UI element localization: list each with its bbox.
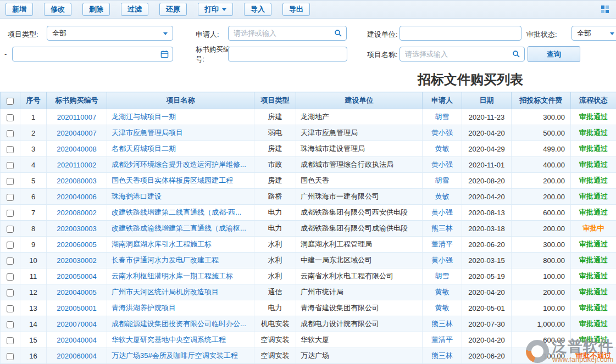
- row-checkbox[interactable]: [7, 305, 14, 312]
- print-button[interactable]: 打印: [198, 3, 233, 16]
- project-name-link[interactable]: 广州市天河区统计局机房改造项目: [112, 288, 219, 296]
- project-name-link[interactable]: 湖南洞庭湖水库引水工程施工标: [112, 240, 212, 248]
- search-icon[interactable]: [512, 50, 520, 60]
- applicant-link[interactable]: 黄敏: [435, 144, 449, 153]
- table-row[interactable]: 16 2020060004 万达广场35#会所及咖啡厅空调安装工程 空调安装 万…: [1, 348, 616, 364]
- query-button[interactable]: 查询: [528, 46, 580, 62]
- row-checkbox[interactable]: [7, 242, 14, 249]
- edit-button[interactable]: 修改: [44, 3, 71, 16]
- bid-number-link[interactable]: 2020050001: [57, 304, 96, 312]
- applicant-link[interactable]: 黄敏: [435, 288, 449, 296]
- calendar-icon[interactable]: [160, 50, 169, 60]
- column-header-status[interactable]: 流程状态: [571, 92, 616, 109]
- row-checkbox[interactable]: [7, 210, 14, 217]
- table-row[interactable]: 14 2020070004 成都能源建设集团投资有限公司临时办公... 机电安装…: [1, 316, 616, 332]
- column-header-name[interactable]: 项目名称: [107, 92, 254, 109]
- applicant-link[interactable]: 黄小强: [431, 160, 453, 169]
- project-name-link[interactable]: 改建铁路线增建第二线直通线（成都-西...: [112, 208, 241, 216]
- table-row[interactable]: 1 2020110007 龙湖江与城项目一期 房建 龙湖地产 胡雪 2020-1…: [1, 109, 616, 125]
- project-name-link[interactable]: 龙湖江与城项目一期: [112, 113, 176, 121]
- bid-number-link[interactable]: 2020040007: [57, 129, 96, 137]
- filter-button[interactable]: 过滤: [121, 3, 148, 16]
- applicant-link[interactable]: 熊三林: [431, 224, 453, 232]
- project-name-input[interactable]: [400, 47, 524, 61]
- applicant-link[interactable]: 黄小强: [431, 208, 453, 216]
- restore-button[interactable]: 还原: [159, 3, 187, 16]
- applicant-link[interactable]: 董清平: [431, 335, 453, 344]
- select-all-checkbox[interactable]: [7, 98, 14, 105]
- export-button[interactable]: 导出: [282, 3, 310, 16]
- applicant-link[interactable]: 胡雪: [435, 176, 449, 184]
- search-icon[interactable]: [334, 29, 342, 39]
- applicant-input[interactable]: [229, 26, 346, 40]
- bid-number-link[interactable]: 2020110002: [57, 161, 96, 169]
- row-checkbox[interactable]: [7, 353, 14, 360]
- column-header-date[interactable]: 日期: [462, 92, 512, 109]
- bid-number-link[interactable]: 2020030002: [57, 256, 96, 265]
- row-checkbox[interactable]: [7, 162, 14, 169]
- bid-number-link[interactable]: 2020060004: [57, 352, 96, 360]
- table-row[interactable]: 6 2020040006 珠海鹤港口建设 路桥 广州珠海市一建有限公司 黄敏 2…: [1, 189, 616, 205]
- column-header-no[interactable]: 序号: [20, 92, 47, 109]
- column-header-applicant[interactable]: 申请人: [423, 92, 462, 109]
- table-row[interactable]: 8 2020030003 改建铁路成渝线增建第二直通线（成渝枢... 电力 成都…: [1, 221, 616, 237]
- bid-number-link[interactable]: 2020040008: [57, 145, 96, 153]
- date-input[interactable]: [13, 47, 173, 61]
- bid-number-link[interactable]: 2020070004: [57, 320, 96, 328]
- applicant-link[interactable]: 黄敏: [435, 192, 449, 200]
- import-button[interactable]: 导入: [244, 3, 271, 16]
- table-row[interactable]: 5 2020080003 国色天香项目实体样板房区域园建工程 房建 国色天香 胡…: [1, 173, 616, 189]
- applicant-link[interactable]: 黄小强: [431, 128, 453, 137]
- bid-number-link[interactable]: 2020050004: [57, 272, 96, 281]
- row-checkbox[interactable]: [7, 337, 14, 344]
- table-row[interactable]: 13 2020050001 青海洪湖养护院项目 电力 青海省建设集团有限公司 黄…: [1, 300, 616, 316]
- row-checkbox[interactable]: [7, 130, 14, 137]
- row-checkbox[interactable]: [7, 226, 14, 233]
- project-name-link[interactable]: 改建铁路成渝线增建第二直通线（成渝枢...: [112, 224, 246, 232]
- table-row[interactable]: 12 2020040005 广州市天河区统计局机房改造项目 通信 广州市统计局 …: [1, 284, 616, 300]
- row-checkbox[interactable]: [7, 178, 14, 185]
- delete-button[interactable]: 删除: [82, 3, 110, 16]
- applicant-link[interactable]: 董清平: [431, 240, 453, 248]
- add-button[interactable]: 新增: [5, 3, 33, 16]
- approval-status-select[interactable]: 全部: [571, 26, 616, 41]
- project-name-link[interactable]: 华软大厦研究基地中央空调系统工程: [112, 335, 226, 344]
- project-name-link[interactable]: 云南水利枢纽潜明水库一期工程施工标: [112, 272, 233, 280]
- applicant-link[interactable]: 黄小强: [431, 256, 453, 264]
- applicant-link[interactable]: 胡雪: [435, 113, 449, 121]
- project-name-link[interactable]: 万达广场35#会所及咖啡厅空调安装工程: [112, 351, 238, 360]
- table-row[interactable]: 4 2020110002 成都沙河环境综合提升改造运河护岸维修... 市政 成都…: [1, 157, 616, 173]
- project-name-link[interactable]: 名都天府城项目二期: [112, 144, 176, 153]
- project-type-select[interactable]: 全部: [47, 26, 173, 41]
- project-name-link[interactable]: 成都沙河环境综合提升改造运河护岸维修...: [112, 160, 246, 169]
- bid-number-link[interactable]: 2020080002: [57, 209, 96, 217]
- row-checkbox[interactable]: [7, 273, 14, 281]
- project-name-link[interactable]: 珠海鹤港口建设: [112, 192, 162, 200]
- project-name-link[interactable]: 成都能源建设集团投资有限公司临时办公...: [112, 320, 246, 328]
- applicant-link[interactable]: 胡雪: [435, 272, 449, 280]
- bid-number-link[interactable]: 2020040006: [57, 193, 96, 201]
- row-checkbox[interactable]: [7, 321, 14, 328]
- row-checkbox[interactable]: [7, 146, 14, 153]
- row-checkbox[interactable]: [7, 194, 14, 201]
- bid-number-link[interactable]: 2020080003: [57, 177, 96, 185]
- bid-number-link[interactable]: 2020110007: [57, 113, 96, 121]
- column-header-unit[interactable]: 建设单位: [296, 92, 423, 109]
- row-checkbox[interactable]: [7, 114, 14, 121]
- column-header-fee[interactable]: 招投标文件费: [512, 92, 571, 109]
- row-checkbox[interactable]: [7, 257, 14, 265]
- bid-number-link[interactable]: 2020040004: [57, 336, 96, 344]
- table-row[interactable]: 2 2020040007 天津市应急管理局项目 弱电 天津市应急管理局 黄小强 …: [1, 125, 616, 141]
- project-name-link[interactable]: 长春市伊通河水力发电厂改建工程: [112, 256, 219, 264]
- toolbar-customize-button[interactable]: [601, 5, 609, 14]
- construction-unit-input[interactable]: [400, 26, 521, 40]
- applicant-link[interactable]: 熊三林: [431, 351, 453, 360]
- table-row[interactable]: 9 2020060005 湖南洞庭湖水库引水工程施工标 水利 洞庭湖水利工程管理…: [1, 237, 616, 253]
- project-name-link[interactable]: 青海洪湖养护院项目: [112, 304, 176, 312]
- table-row[interactable]: 15 2020040004 华软大厦研究基地中央空调系统工程 空调安装 华软大厦…: [1, 332, 616, 348]
- table-row[interactable]: 7 2020080002 改建铁路线增建第二线直通线（成都-西... 电力 成都…: [1, 205, 616, 221]
- bid-number-link[interactable]: 2020060005: [57, 240, 96, 249]
- row-checkbox[interactable]: [7, 289, 14, 296]
- table-row[interactable]: 3 2020040008 名都天府城项目二期 房建 珠海城市建设管理局 黄敏 2…: [1, 141, 616, 157]
- table-row[interactable]: 11 2020050004 云南水利枢纽潜明水库一期工程施工标 水利 云南省水利…: [1, 268, 616, 284]
